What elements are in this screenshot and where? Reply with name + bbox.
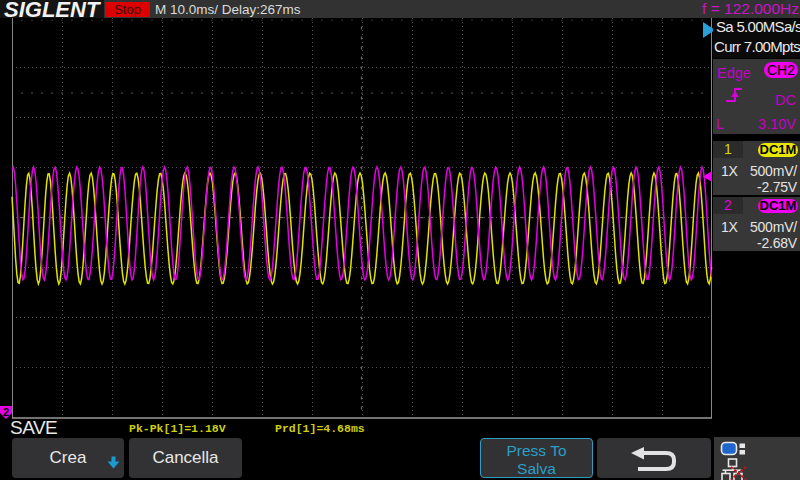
svg-text:2: 2 <box>3 406 9 418</box>
